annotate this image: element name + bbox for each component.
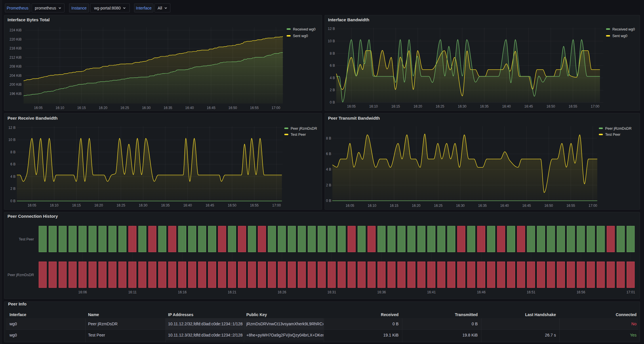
svg-text:6 B: 6 B [10,162,16,166]
svg-text:16:25: 16:25 [120,106,129,110]
svg-text:16:41: 16:41 [427,290,436,294]
svg-text:16:45: 16:45 [205,203,214,207]
svg-text:16:55: 16:55 [250,106,259,110]
svg-text:16:05: 16:05 [346,204,354,208]
svg-text:Peer jRzmDsDR: Peer jRzmDsDR [7,273,34,277]
svg-text:8 B: 8 B [10,150,16,154]
svg-text:17:00: 17:00 [591,104,599,108]
svg-text:16:50: 16:50 [228,106,237,110]
svg-text:16:40: 16:40 [502,104,511,108]
svg-text:16:35: 16:35 [480,104,489,108]
svg-text:16:10: 16:10 [50,203,58,207]
svg-text:16:35: 16:35 [161,203,170,207]
svg-text:2 B: 2 B [330,88,335,92]
svg-text:Test Peer: Test Peer [605,133,620,137]
svg-text:16:31: 16:31 [327,290,336,294]
svg-text:8 B: 8 B [326,136,331,140]
svg-text:16:30: 16:30 [142,106,150,110]
svg-text:16:11: 16:11 [128,290,137,294]
svg-text:Sent wg0: Sent wg0 [612,34,627,38]
svg-text:16:55: 16:55 [569,104,577,108]
svg-text:16:05: 16:05 [347,104,356,108]
svg-text:4 B: 4 B [10,175,16,179]
svg-text:16:06: 16:06 [78,290,87,294]
svg-text:16:55: 16:55 [566,204,575,208]
svg-text:16:10: 16:10 [56,106,64,110]
svg-text:16:30: 16:30 [458,104,466,108]
svg-text:16:20: 16:20 [99,106,107,110]
svg-text:16:05: 16:05 [34,106,43,110]
svg-text:2 B: 2 B [10,187,16,191]
svg-text:0 B: 0 B [326,199,331,203]
svg-text:Received wg0: Received wg0 [612,27,635,31]
svg-text:212 KiB: 212 KiB [9,56,22,60]
svg-text:10 B: 10 B [328,39,335,43]
svg-text:16:45: 16:45 [207,106,216,110]
svg-text:6 B: 6 B [326,152,331,156]
svg-text:16:55: 16:55 [250,203,259,207]
svg-text:16:50: 16:50 [544,204,553,208]
svg-text:16:25: 16:25 [436,104,444,108]
svg-text:16:10: 16:10 [369,104,378,108]
svg-text:16:21: 16:21 [228,290,236,294]
svg-text:2 B: 2 B [326,183,331,187]
svg-text:16:15: 16:15 [72,203,81,207]
svg-text:16:25: 16:25 [117,203,125,207]
svg-text:17:00: 17:00 [272,203,281,207]
svg-text:16:35: 16:35 [478,204,487,208]
svg-text:6 B: 6 B [330,64,335,68]
svg-text:17:00: 17:00 [588,204,597,208]
svg-text:216 KiB: 216 KiB [9,46,22,50]
svg-text:16:50: 16:50 [546,104,555,108]
svg-text:16:40: 16:40 [500,204,509,208]
svg-text:16:20: 16:20 [414,104,422,108]
svg-text:16:45: 16:45 [522,204,531,208]
svg-text:Peer jRzmDsDR: Peer jRzmDsDR [291,127,317,131]
svg-text:Sent wg0: Sent wg0 [293,34,308,38]
svg-text:16:16: 16:16 [178,290,186,294]
svg-text:16:40: 16:40 [183,203,192,207]
svg-text:16:30: 16:30 [139,203,147,207]
svg-text:16:15: 16:15 [77,106,86,110]
svg-text:16:50: 16:50 [228,203,236,207]
svg-text:16:05: 16:05 [28,203,36,207]
svg-text:16:36: 16:36 [377,290,386,294]
svg-text:16:56: 16:56 [577,290,585,294]
svg-text:17:01: 17:01 [626,290,635,294]
svg-text:16:46: 16:46 [477,290,485,294]
svg-text:16:30: 16:30 [456,204,465,208]
svg-text:0 B: 0 B [330,100,335,104]
svg-text:196 KiB: 196 KiB [9,92,22,96]
svg-text:16:20: 16:20 [94,203,103,207]
svg-text:Test Peer: Test Peer [19,237,34,241]
svg-text:16:45: 16:45 [524,104,533,108]
svg-text:16:15: 16:15 [391,104,400,108]
svg-text:16:26: 16:26 [278,290,286,294]
svg-text:16:20: 16:20 [412,204,420,208]
svg-text:17:00: 17:00 [272,106,280,110]
svg-text:16:10: 16:10 [368,204,376,208]
svg-text:Peer jRzmDsDR: Peer jRzmDsDR [605,127,632,131]
svg-text:16:35: 16:35 [163,106,172,110]
svg-text:200 KiB: 200 KiB [9,83,22,87]
svg-text:16:51: 16:51 [527,290,535,294]
svg-text:4 B: 4 B [326,167,331,171]
svg-text:16:15: 16:15 [390,204,398,208]
svg-text:224 KiB: 224 KiB [9,28,22,32]
svg-text:4 B: 4 B [330,76,335,80]
svg-text:220 KiB: 220 KiB [9,37,22,41]
svg-text:12 B: 12 B [8,126,16,130]
svg-text:204 KiB: 204 KiB [9,74,22,78]
svg-text:208 KiB: 208 KiB [9,64,22,68]
svg-text:8 B: 8 B [330,51,335,56]
svg-text:Received wg0: Received wg0 [293,27,316,31]
svg-text:Test Peer: Test Peer [291,133,306,137]
svg-text:0 B: 0 B [10,199,16,203]
svg-text:16:40: 16:40 [185,106,194,110]
svg-text:16:25: 16:25 [434,204,443,208]
svg-text:10 B: 10 B [8,138,16,142]
svg-text:12 B: 12 B [328,27,335,31]
